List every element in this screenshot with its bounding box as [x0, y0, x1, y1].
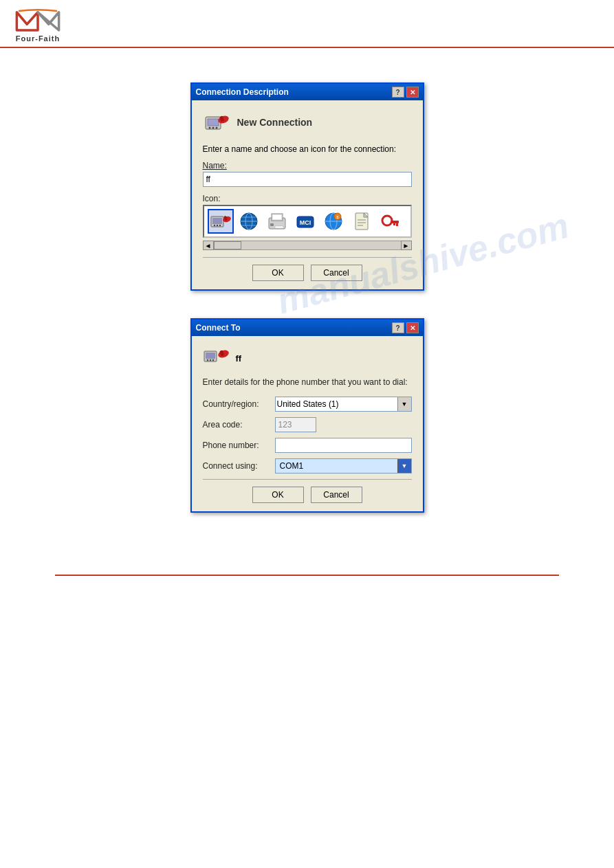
dialog2-titlebar-buttons: ? ✕ — [392, 322, 419, 333]
dialog2-buttons: OK Cancel — [203, 487, 412, 503]
logo: Four-Faith — [14, 7, 62, 43]
svg-point-11 — [213, 225, 215, 226]
country-row: Country/region: United States (1) ▼ — [203, 397, 412, 412]
dialog2-close-button[interactable]: ✕ — [406, 322, 419, 333]
svg-rect-40 — [396, 223, 398, 226]
svg-rect-41 — [393, 223, 395, 225]
dialog2-connection-name: ff — [236, 353, 242, 364]
icon5-globe-orange: $ — [322, 211, 344, 232]
dialog2-title: Connect To — [196, 323, 241, 333]
connect-using-wrapper: COM1 ▼ — [275, 458, 412, 474]
svg-point-6 — [215, 127, 217, 129]
svg-point-46 — [212, 359, 213, 361]
icon6-document — [351, 211, 373, 232]
svg-marker-0 — [17, 12, 38, 30]
icon1-phone — [210, 211, 232, 232]
icon4-mci: MCI — [294, 211, 316, 232]
dialog1-cancel-button[interactable]: Cancel — [311, 265, 362, 281]
svg-rect-10 — [212, 218, 222, 224]
connect-using-select[interactable]: COM1 — [275, 458, 412, 474]
svg-rect-3 — [208, 119, 219, 126]
dialog2-help-button[interactable]: ? — [392, 322, 404, 333]
icon-option-5[interactable]: $ — [320, 209, 347, 234]
dialog1-connection-label: New Connection — [237, 117, 313, 128]
dialog1-buttons: OK Cancel — [203, 265, 412, 281]
svg-point-12 — [216, 225, 217, 226]
icon2-globe — [238, 211, 260, 232]
connection-description-dialog: Connection Description ? ✕ — [190, 82, 424, 291]
bottom-separator — [55, 575, 559, 576]
connect-using-label: Connect using: — [203, 461, 275, 471]
icon-option-3[interactable] — [264, 209, 290, 234]
icon-option-4[interactable]: MCI — [292, 209, 318, 234]
country-select[interactable]: United States (1) — [275, 397, 412, 412]
icon-option-2[interactable] — [236, 209, 262, 234]
svg-text:MCI: MCI — [299, 219, 311, 226]
connect-to-dialog: Connect To ? ✕ — [190, 318, 424, 513]
dialog1-name-label: Name: — [203, 161, 412, 170]
dialog1-close-button[interactable]: ✕ — [406, 87, 419, 98]
area-code-input[interactable] — [275, 417, 316, 432]
svg-rect-25 — [275, 226, 283, 228]
dialog1-description: Enter a name and choose an icon for the … — [203, 144, 412, 154]
dialog2-cancel-button[interactable]: Cancel — [311, 487, 362, 503]
connect-phone-icon — [203, 346, 230, 370]
scroll-left[interactable]: ◄ — [203, 241, 214, 250]
dialog1-icon-label: Icon: — [203, 194, 412, 203]
svg-rect-24 — [270, 223, 274, 226]
icon-option-1[interactable] — [208, 209, 234, 234]
dialog2-body: ff Enter details for the phone number th… — [192, 336, 423, 511]
logo-text: Four-Faith — [16, 34, 60, 43]
connect-using-row: Connect using: COM1 ▼ — [203, 458, 412, 474]
dialog1-icon-row: New Connection — [203, 110, 412, 135]
svg-point-13 — [219, 225, 220, 226]
svg-marker-1 — [38, 12, 59, 30]
dialog2-titlebar: Connect To ? ✕ — [192, 320, 423, 336]
area-code-row: Area code: — [203, 417, 412, 432]
phone-number-label: Phone number: — [203, 441, 275, 450]
page-content: manualshive.com Connection Description ?… — [0, 48, 614, 554]
dialog2-description: Enter details for the phone number that … — [203, 377, 412, 387]
phone-number-input[interactable] — [275, 438, 412, 453]
icon-option-7[interactable] — [377, 209, 403, 234]
scroll-track[interactable] — [214, 241, 401, 250]
icon3-fax — [266, 211, 288, 232]
dialog1-titlebar: Connection Description ? ✕ — [192, 84, 423, 100]
dialog1-separator — [203, 257, 412, 258]
dialog1-titlebar-buttons: ? ✕ — [392, 87, 419, 98]
svg-rect-43 — [206, 353, 215, 359]
dialog1-ok-button[interactable]: OK — [252, 265, 304, 281]
page-header: Four-Faith — [0, 0, 614, 48]
dialog2-separator — [203, 479, 412, 480]
dialog1-title: Connection Description — [196, 87, 289, 97]
area-code-label: Area code: — [203, 420, 275, 430]
icon-option-6[interactable] — [349, 209, 375, 234]
svg-point-38 — [382, 216, 392, 225]
dialog2-icon-row: ff — [203, 346, 412, 370]
logo-icon — [14, 7, 62, 34]
phone-number-row: Phone number: — [203, 438, 412, 453]
svg-rect-39 — [391, 221, 399, 223]
country-select-wrapper: United States (1) ▼ — [275, 397, 412, 412]
new-connection-icon — [203, 110, 230, 135]
svg-point-4 — [208, 127, 210, 129]
dialog1-help-button[interactable]: ? — [392, 87, 404, 98]
icon-scrollbar[interactable]: ◄ ► — [203, 241, 412, 250]
dialog2-ok-button[interactable]: OK — [252, 487, 304, 503]
svg-point-5 — [212, 127, 214, 129]
name-input[interactable] — [203, 172, 412, 187]
svg-rect-23 — [273, 215, 281, 219]
country-label: Country/region: — [203, 399, 275, 409]
svg-point-45 — [209, 359, 210, 361]
icon7-key — [379, 211, 401, 232]
dialog1-body: New Connection Enter a name and choose a… — [192, 100, 423, 289]
svg-point-44 — [206, 359, 208, 361]
scroll-right[interactable]: ► — [401, 241, 412, 250]
icon-picker[interactable]: MCI $ — [203, 205, 412, 238]
